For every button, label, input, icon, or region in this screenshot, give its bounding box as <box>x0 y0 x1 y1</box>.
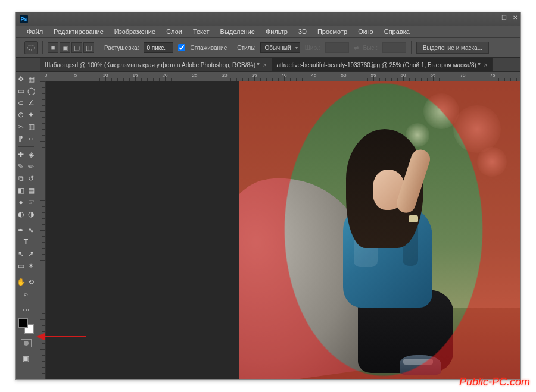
screen-mode-icon[interactable]: ▣ <box>21 355 30 363</box>
lasso-tool-icon[interactable]: ⊂ <box>17 99 26 108</box>
tool-divider <box>18 302 34 302</box>
select-and-mask-button[interactable]: Выделение и маска... <box>416 42 489 54</box>
close-icon[interactable]: ✕ <box>513 14 518 21</box>
quick-select-tool-icon[interactable]: ⊙ <box>17 111 26 120</box>
ellipse-marquee-tool-icon[interactable]: ◯ <box>27 87 36 96</box>
canvas-area[interactable]: 05101520253035404550556065707580 <box>36 72 520 379</box>
shape-tool-icon[interactable]: ▭ <box>17 262 26 271</box>
tool-divider <box>18 222 34 222</box>
document-tabs: Шаблон.psd @ 100% (Как размыть края у фо… <box>16 58 520 72</box>
width-label: Шир.: <box>305 45 320 51</box>
edit-toolbar-icon[interactable]: ⋯ <box>21 306 30 315</box>
quick-mask-overlay <box>239 81 520 379</box>
pencil-tool-icon[interactable]: ✏ <box>27 162 36 171</box>
selection-new-icon[interactable]: ■ <box>48 42 58 53</box>
hand-tool-icon[interactable]: ✋ <box>17 278 26 287</box>
tab-document-1[interactable]: Шаблон.psd @ 100% (Как размыть края у фо… <box>40 58 272 71</box>
ruler-tool-icon[interactable]: ↔ <box>27 134 36 143</box>
style-label: Стиль: <box>237 45 255 51</box>
poly-lasso-tool-icon[interactable]: ∠ <box>27 99 36 108</box>
slice-tool-icon[interactable]: ▥ <box>27 123 36 131</box>
height-input <box>382 42 406 53</box>
style-dropdown[interactable]: Обычный <box>260 42 300 53</box>
tab-close-icon[interactable]: × <box>484 62 488 68</box>
pen-tool-icon[interactable]: ✒ <box>17 226 26 235</box>
feather-label: Растушевка: <box>104 45 139 51</box>
menu-text[interactable]: Текст <box>188 27 214 36</box>
type-tool-icon[interactable]: T <box>21 238 30 247</box>
menu-edit[interactable]: Редактирование <box>49 27 108 36</box>
workarea: ✥▦ ▭◯ ⊂∠ ⊙✦ ✂▥ ⁋↔ ✚◈ ✎✏ ⧉↺ ◧▤ ●☞ ◐◑ ✒∿ T… <box>16 72 520 379</box>
healing-tool-icon[interactable]: ✚ <box>17 150 26 159</box>
current-tool-icon[interactable] <box>24 41 38 54</box>
menubar: Файл Редактирование Изображение Слои Тек… <box>16 26 520 37</box>
height-label: Выс.: <box>363 45 378 51</box>
dodge-tool-icon[interactable]: ◐ <box>17 210 26 219</box>
minimize-icon[interactable]: — <box>490 14 496 21</box>
tab-document-2[interactable]: attractive-beautiful-beauty-1933760.jpg … <box>272 58 493 71</box>
svg-point-0 <box>27 45 35 50</box>
titlebar: Ps — ☐ ✕ <box>16 12 520 26</box>
separator <box>42 41 43 54</box>
selection-subtract-icon[interactable]: ▢ <box>71 42 82 53</box>
width-input <box>325 42 349 53</box>
separator <box>411 41 412 54</box>
magic-wand-tool-icon[interactable]: ✦ <box>27 111 36 120</box>
tool-divider <box>18 274 34 274</box>
eraser-tool-icon[interactable]: ◧ <box>17 186 26 195</box>
horizontal-ruler: 05101520253035404550556065707580 <box>36 72 520 81</box>
artboard-tool-icon[interactable]: ▦ <box>27 75 36 84</box>
menu-layers[interactable]: Слои <box>161 27 187 36</box>
separator <box>232 41 232 54</box>
eyedropper-tool-icon[interactable]: ⁋ <box>17 134 26 143</box>
tool-divider <box>18 146 34 147</box>
document-canvas[interactable] <box>239 81 520 379</box>
vertical-ruler <box>36 81 46 379</box>
foreground-color-icon[interactable] <box>18 318 28 328</box>
path-select-tool-icon[interactable]: ↖ <box>17 250 26 259</box>
antialias-checkbox[interactable] <box>178 44 185 51</box>
antialias-label: Сглаживание <box>190 45 227 51</box>
quick-mask-toggle-icon[interactable] <box>21 339 32 347</box>
selection-intersect-icon[interactable]: ◫ <box>83 42 94 53</box>
zoom-tool-icon[interactable]: ⌕ <box>21 290 30 299</box>
brush-tool-icon[interactable]: ✎ <box>17 162 26 171</box>
direct-select-tool-icon[interactable]: ↗ <box>27 250 36 259</box>
move-tool-icon[interactable]: ✥ <box>17 75 26 84</box>
selection-mode-group: ■ ▣ ▢ ◫ <box>48 42 94 53</box>
tab-label: Шаблон.psd @ 100% (Как размыть края у фо… <box>45 62 260 68</box>
toolbox: ✥▦ ▭◯ ⊂∠ ⊙✦ ✂▥ ⁋↔ ✚◈ ✎✏ ⧉↺ ◧▤ ●☞ ◐◑ ✒∿ T… <box>16 72 36 379</box>
custom-shape-tool-icon[interactable]: ✶ <box>27 262 36 271</box>
rect-marquee-tool-icon[interactable]: ▭ <box>17 87 26 96</box>
clone-tool-icon[interactable]: ⧉ <box>17 174 26 183</box>
watermark: Public-PC.com <box>459 376 530 388</box>
selection-add-icon[interactable]: ▣ <box>60 42 70 53</box>
menu-3d[interactable]: 3D <box>294 27 311 36</box>
tab-label: attractive-beautiful-beauty-1933760.jpg … <box>277 62 481 68</box>
menu-file[interactable]: Файл <box>22 27 48 36</box>
menu-filter[interactable]: Фильтр <box>261 27 292 36</box>
menu-view[interactable]: Просмотр <box>313 27 352 36</box>
rotate-view-tool-icon[interactable]: ⟲ <box>27 278 36 287</box>
menu-select[interactable]: Выделение <box>216 27 260 36</box>
maximize-icon[interactable]: ☐ <box>501 14 507 21</box>
gradient-tool-icon[interactable]: ▤ <box>27 186 36 195</box>
window-controls[interactable]: — ☐ ✕ <box>490 14 518 21</box>
app-window: Ps — ☐ ✕ Файл Редактирование Изображение… <box>15 12 521 380</box>
blur-tool-icon[interactable]: ● <box>17 198 26 207</box>
tab-close-icon[interactable]: × <box>263 62 267 68</box>
burn-tool-icon[interactable]: ◑ <box>27 210 36 219</box>
smudge-tool-icon[interactable]: ☞ <box>27 198 36 207</box>
menu-window[interactable]: Окно <box>353 27 378 36</box>
patch-tool-icon[interactable]: ◈ <box>27 150 36 159</box>
feather-input[interactable] <box>144 42 173 53</box>
menu-image[interactable]: Изображение <box>110 27 160 36</box>
freeform-pen-tool-icon[interactable]: ∿ <box>27 226 36 235</box>
history-brush-tool-icon[interactable]: ↺ <box>27 174 36 183</box>
menu-help[interactable]: Справка <box>379 27 415 36</box>
color-swatch[interactable] <box>18 318 34 334</box>
photoshop-logo-icon: Ps <box>20 15 28 23</box>
crop-tool-icon[interactable]: ✂ <box>17 123 26 131</box>
options-bar: ■ ▣ ▢ ◫ Растушевка: Сглаживание Стиль: О… <box>16 37 520 58</box>
swap-icon: ⇄ <box>354 45 359 51</box>
